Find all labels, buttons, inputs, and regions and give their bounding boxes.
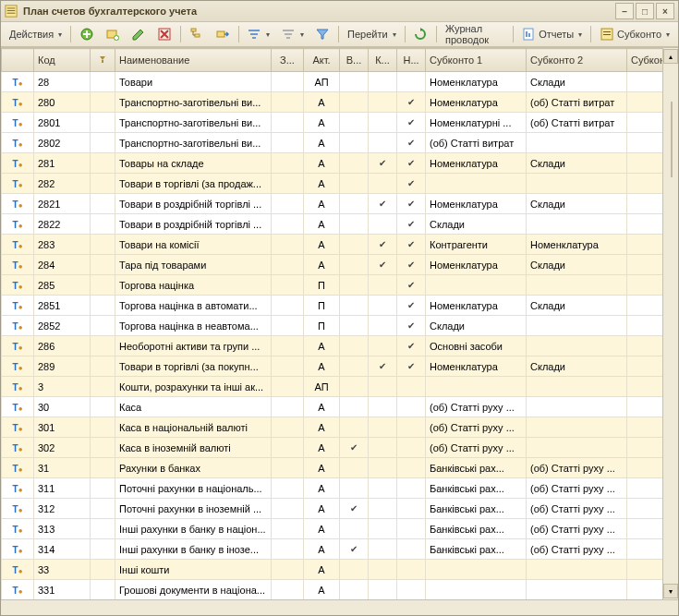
move-icon — [215, 27, 230, 42]
minimize-button[interactable]: – — [615, 3, 634, 19]
add-button[interactable] — [75, 24, 99, 44]
close-button[interactable]: × — [656, 3, 674, 19]
cell-name: Торгова націнка — [115, 275, 272, 296]
col-n[interactable]: Н... — [397, 49, 426, 72]
col-z[interactable]: З... — [272, 49, 304, 72]
cell-k — [369, 214, 397, 235]
col-k[interactable]: К... — [369, 49, 397, 72]
refresh-button[interactable] — [408, 24, 432, 44]
cell-akt: А — [304, 153, 340, 174]
add-group-button[interactable] — [101, 24, 125, 44]
table-row[interactable]: T●312Поточні рахунки в іноземній ...А✔Ба… — [2, 499, 663, 519]
cell-s2 — [527, 316, 627, 336]
cell-k — [369, 296, 397, 316]
table-row[interactable]: T●331Грошові документи в націона...А — [2, 580, 663, 600]
col-akt[interactable]: Акт. — [304, 49, 340, 72]
col-pin[interactable] — [91, 49, 115, 72]
col-s3[interactable]: Субконто 3 — [627, 49, 663, 72]
cell-pin — [91, 499, 115, 519]
table-row[interactable]: T●289Товари в торгівлі (за покупн...А✔✔Н… — [2, 356, 663, 377]
cell-z — [272, 255, 304, 275]
toolbar: Действия Перейти Журнал проводок Отчеты … — [1, 22, 678, 47]
separator — [338, 26, 339, 42]
move-button[interactable] — [211, 24, 235, 44]
cell-kod: 30 — [34, 397, 91, 417]
account-icon: T● — [13, 220, 23, 230]
table-row[interactable]: T●284Тара під товарамиА✔✔НоменклатураСкл… — [2, 255, 663, 275]
cell-z — [272, 377, 304, 397]
cell-s2 — [527, 336, 627, 356]
edit-button[interactable] — [127, 24, 151, 44]
scroll-down-button[interactable]: ▾ — [663, 584, 678, 598]
cell-akt: А — [304, 194, 340, 214]
cell-pin — [91, 519, 115, 539]
cell-v — [340, 92, 369, 113]
go-menu[interactable]: Перейти — [343, 24, 401, 44]
cell-n: ✔ — [397, 113, 426, 133]
table-row[interactable]: T●33Інші коштиА — [2, 560, 663, 580]
filter2-button[interactable] — [276, 24, 309, 44]
cell-kod: 2821 — [34, 194, 91, 214]
cell-z — [272, 174, 304, 194]
table-row[interactable]: T●2851Торгова націнка в автомати...П✔Ном… — [2, 296, 663, 316]
actions-menu[interactable]: Действия — [5, 24, 67, 44]
col-s2[interactable]: Субконто 2 — [527, 49, 627, 72]
svg-rect-10 — [115, 37, 118, 39]
cell-s3 — [627, 336, 663, 356]
table-row[interactable]: T●286Необоротні активи та групи ...А✔Осн… — [2, 336, 663, 356]
cell-z — [272, 356, 304, 377]
table-row[interactable]: T●285Торгова націнкаП✔ — [2, 275, 663, 296]
table-row[interactable]: T●2821Товари в роздрібній торгівлі ...А✔… — [2, 194, 663, 214]
table-row[interactable]: T●314Інші рахунки в банку в інозе...А✔Ба… — [2, 539, 663, 560]
account-icon: T● — [13, 78, 23, 88]
cell-s2: (об) Статті руху ... — [527, 458, 627, 478]
col-kod[interactable]: Код — [34, 49, 91, 72]
scroll-thumb[interactable] — [671, 102, 673, 177]
col-s1[interactable]: Субконто 1 — [426, 49, 527, 72]
col-icon[interactable] — [2, 49, 34, 72]
accounts-grid[interactable]: Код Наименование З... Акт. В... К... Н..… — [1, 48, 662, 599]
table-row[interactable]: T●3Кошти, розрахунки та інші ак...АП — [2, 377, 663, 397]
table-row[interactable]: T●280Транспортно-заготівельні ви...А✔Ном… — [2, 92, 663, 113]
table-row[interactable]: T●2852Торгова націнка в неавтома...П✔Скл… — [2, 316, 663, 336]
cell-pin — [91, 336, 115, 356]
table-row[interactable]: T●282Товари в торгівлі (за продаж...А✔ — [2, 174, 663, 194]
separator — [405, 26, 406, 42]
svg-rect-23 — [528, 33, 530, 37]
table-row[interactable]: T●281Товары на складеА✔✔НоменклатураСкла… — [2, 153, 663, 174]
col-v[interactable]: В... — [340, 49, 369, 72]
table-row[interactable]: T●313Інші рахунки в банку в націон...АБа… — [2, 519, 663, 539]
col-name[interactable]: Наименование — [115, 49, 272, 72]
maximize-button[interactable]: □ — [636, 3, 654, 19]
subkonto-menu[interactable]: Субконто — [595, 24, 674, 44]
cell-name: Кошти, розрахунки та інші ак... — [115, 377, 272, 397]
table-row[interactable]: T●283Товари на комісіїА✔✔КонтрагентиНоме… — [2, 235, 663, 255]
filter-list-button[interactable] — [310, 24, 334, 44]
table-row[interactable]: T●302Каса в іноземній валютіА✔(об) Статт… — [2, 438, 663, 458]
add-icon — [79, 27, 94, 42]
table-row[interactable]: T●28ТовариАПНоменклатураСклади — [2, 72, 663, 92]
cell-s1: Склади — [426, 214, 527, 235]
cell-s2: Склади — [527, 255, 627, 275]
cell-akt: А — [304, 478, 340, 499]
table-row[interactable]: T●2802Транспортно-заготівельні ви...А✔(о… — [2, 133, 663, 153]
table-row[interactable]: T●2822Товари в роздрібній торгівлі ...А✔… — [2, 214, 663, 235]
table-row[interactable]: T●2801Транспортно-заготівельні ви...А✔Но… — [2, 113, 663, 133]
scroll-up-button[interactable]: ▴ — [663, 49, 678, 64]
cell-pin — [91, 194, 115, 214]
table-row[interactable]: T●311Поточні рахунки в національ...АБанк… — [2, 478, 663, 499]
journal-button[interactable]: Журнал проводок — [441, 24, 509, 44]
cell-s2: Склади — [527, 153, 627, 174]
table-row[interactable]: T●301Каса в національній валютіА(об) Ста… — [2, 417, 663, 438]
cell-s2: Склади — [527, 296, 627, 316]
delete-button[interactable] — [152, 24, 176, 44]
move-up-button[interactable] — [185, 24, 209, 44]
table-row[interactable]: T●31Рахунки в банкахАБанківські рах...(о… — [2, 458, 663, 478]
cell-akt: А — [304, 519, 340, 539]
table-row[interactable]: T●30КасаА(об) Статті руху ... — [2, 397, 663, 417]
vertical-scrollbar[interactable]: ▴ ▾ — [662, 48, 678, 599]
cell-z — [272, 92, 304, 113]
reports-menu[interactable]: Отчеты — [516, 24, 587, 44]
cell-v — [340, 153, 369, 174]
filter1-button[interactable] — [242, 24, 274, 44]
